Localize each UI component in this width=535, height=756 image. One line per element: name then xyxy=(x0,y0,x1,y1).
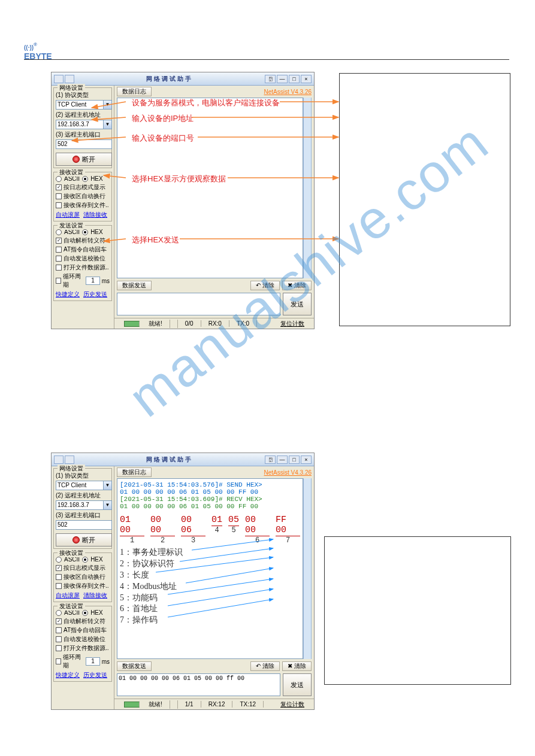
checkbox[interactable] xyxy=(56,618,62,624)
version-link[interactable]: NetAssist V4.3.26 xyxy=(264,469,312,476)
log-mode-label: 按日志模式显示 xyxy=(64,564,105,572)
checkbox[interactable] xyxy=(56,658,61,664)
clear-label: 清除 xyxy=(262,663,274,669)
history-link[interactable]: 历史发送 xyxy=(83,671,107,679)
checkbox[interactable] xyxy=(56,202,62,208)
checkbox[interactable] xyxy=(56,247,62,253)
data-send-button[interactable]: 数据发送 xyxy=(117,661,152,671)
pin-icon[interactable] xyxy=(65,75,74,83)
reset-count-link[interactable]: 复位计数 xyxy=(273,700,312,709)
protocol-select[interactable]: TCP Client▼ xyxy=(56,100,112,110)
chevron-down-icon[interactable]: ▼ xyxy=(103,501,111,509)
hex-radio[interactable] xyxy=(82,557,88,563)
pin-icon[interactable] xyxy=(65,456,74,464)
chevron-down-icon[interactable]: ▼ xyxy=(103,120,111,129)
checkbox[interactable] xyxy=(56,574,62,580)
titlebar[interactable]: 网络调试助手 ⍰ — □ × xyxy=(52,72,314,86)
hex-breakdown: 01 001 00 002 00 063 014 055 00 006 FF 0… xyxy=(120,515,300,545)
ascii-radio[interactable] xyxy=(56,176,62,182)
loop-period-input[interactable]: 1 xyxy=(86,657,99,666)
loop-period-input[interactable]: 1 xyxy=(86,277,99,285)
reset-count-link[interactable]: 复位计数 xyxy=(273,320,312,328)
titlebar[interactable]: 网络调试助手 ⍰ — □ × xyxy=(52,453,314,466)
legend-3: 3：长度 xyxy=(120,570,300,581)
ascii-radio[interactable] xyxy=(56,557,62,563)
close-icon[interactable]: × xyxy=(301,75,312,83)
clear-button[interactable]: ✖ 清除 xyxy=(282,661,312,671)
connect-button[interactable]: 断开 xyxy=(56,533,112,546)
checkbox[interactable] xyxy=(56,645,62,651)
checkbox[interactable] xyxy=(56,565,62,571)
hex-radio[interactable] xyxy=(82,229,88,235)
clear-button[interactable]: ↶ 清除 xyxy=(250,281,280,290)
checkbox[interactable] xyxy=(56,256,62,262)
ascii-radio[interactable] xyxy=(56,610,62,616)
checkbox[interactable] xyxy=(56,184,62,190)
port-input[interactable]: 502 xyxy=(56,139,112,149)
close-icon[interactable]: × xyxy=(301,456,312,464)
checkbox[interactable] xyxy=(56,583,62,589)
shortcut-link[interactable]: 快捷定义 xyxy=(56,671,80,679)
annotation-target-box-1 xyxy=(339,73,510,326)
help-icon[interactable]: ⍰ xyxy=(265,456,276,464)
hex-radio[interactable] xyxy=(82,176,88,182)
send-button[interactable]: 发送 xyxy=(283,293,312,315)
ascii-radio[interactable] xyxy=(56,229,62,235)
data-send-button[interactable]: 数据发送 xyxy=(117,281,152,290)
scrollbar[interactable] xyxy=(303,98,312,278)
scrollbar[interactable] xyxy=(303,478,312,659)
data-log-button[interactable]: 数据日志 xyxy=(117,467,152,477)
legend-4: 4：Modbus地址 xyxy=(120,581,300,593)
ready-icon xyxy=(124,321,140,327)
protocol-select[interactable]: TCP Client▼ xyxy=(56,481,112,490)
clear-recv-link[interactable]: 清除接收 xyxy=(83,211,107,219)
annotation-target-box-2 xyxy=(324,536,511,685)
hex-group-5: 05 xyxy=(228,515,239,526)
connect-button[interactable]: 断开 xyxy=(56,153,112,166)
hex-group-7: FF 00 xyxy=(276,515,300,536)
log-send-ts: [2021-05-31 15:54:03.576]# SEND HEX> xyxy=(120,481,300,488)
port-input[interactable]: 502 xyxy=(56,520,112,530)
checkbox[interactable] xyxy=(56,636,62,642)
legend-1: 1：事务处理标识 xyxy=(120,547,300,558)
history-link[interactable]: 历史发送 xyxy=(83,290,107,299)
recv-settings-group: 接收设置 ASCIIHEX 按日志模式显示 接收区自动换行 接收保存到文件.. … xyxy=(53,172,112,221)
clear-button[interactable]: ✖ 清除 xyxy=(282,281,312,290)
hex-idx-6: 6 xyxy=(245,536,270,545)
checkbox[interactable] xyxy=(56,278,61,284)
clear-recv-link[interactable]: 清除接收 xyxy=(83,591,107,600)
log-textarea[interactable] xyxy=(117,98,303,278)
network-settings-group: 网络设置 (1) 协议类型 TCP Client▼ (2) 远程主机地址 192… xyxy=(53,87,112,168)
send-input[interactable] xyxy=(117,293,280,315)
data-log-button[interactable]: 数据日志 xyxy=(117,87,152,96)
host-input[interactable]: 192.168.3.7▼ xyxy=(56,120,112,129)
version-link[interactable]: NetAssist V4.3.26 xyxy=(264,89,312,95)
send-toolbar: 数据发送 ↶ 清除 ✖ 清除 xyxy=(117,281,312,290)
hex-radio[interactable] xyxy=(82,610,88,616)
app-icon xyxy=(54,75,64,83)
autoscroll-link[interactable]: 自动滚屏 xyxy=(56,591,80,600)
checkbox[interactable] xyxy=(56,627,62,633)
log-textarea[interactable]: [2021-05-31 15:54:03.576]# SEND HEX> 01 … xyxy=(117,478,303,659)
shortcut-link[interactable]: 快捷定义 xyxy=(56,290,80,299)
checkbox[interactable] xyxy=(56,265,62,271)
checkbox[interactable] xyxy=(56,193,62,199)
recv-settings-group: 接收设置 ASCIIHEX 按日志模式显示 接收区自动换行 接收保存到文件.. … xyxy=(53,552,112,602)
maximize-icon[interactable]: □ xyxy=(289,75,300,83)
minimize-icon[interactable]: — xyxy=(277,456,288,464)
legend-2: 2：协议标识符 xyxy=(120,558,300,570)
chevron-down-icon[interactable]: ▼ xyxy=(103,101,111,109)
help-icon[interactable]: ⍰ xyxy=(265,75,276,83)
checkbox[interactable] xyxy=(56,238,62,244)
autoscroll-link[interactable]: 自动滚屏 xyxy=(56,211,80,219)
maximize-icon[interactable]: □ xyxy=(289,456,300,464)
protocol-label: (1) 协议类型 xyxy=(56,91,110,99)
send-button[interactable]: 发送 xyxy=(283,673,312,696)
send-input[interactable]: 01 00 00 00 00 06 01 05 00 00 ff 00 xyxy=(117,673,280,696)
minimize-icon[interactable]: — xyxy=(277,75,288,83)
host-input[interactable]: 192.168.3.7▼ xyxy=(56,500,112,510)
brand-logo: ((·))® EBYTE xyxy=(24,42,52,61)
chevron-down-icon[interactable]: ▼ xyxy=(103,481,111,490)
clear-button[interactable]: ↶ 清除 xyxy=(250,661,280,671)
port-value: 502 xyxy=(58,140,68,148)
